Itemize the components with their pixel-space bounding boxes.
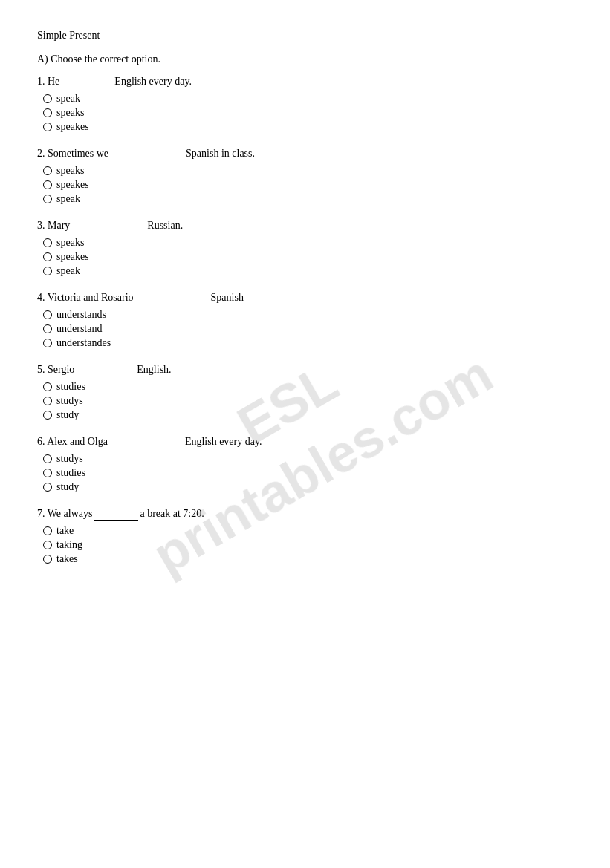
options-list-5: studiesstudysstudy <box>37 381 573 421</box>
option-item-2-0[interactable]: speaks <box>43 165 573 177</box>
option-item-6-1[interactable]: studies <box>43 467 573 479</box>
question-before-7: 7. We always <box>37 508 92 519</box>
options-list-4: understandsunderstandunderstandes <box>37 309 573 349</box>
options-list-3: speaksspeakesspeak <box>37 237 573 277</box>
question-blank-4 <box>135 292 210 304</box>
question-text-2: 2. Sometimes we Spanish in class. <box>37 148 573 160</box>
question-5: 5. Sergio English.studiesstudysstudy <box>37 364 573 421</box>
question-after-1: English every day. <box>114 76 192 87</box>
radio-circle-1-0[interactable] <box>43 94 52 103</box>
radio-circle-6-0[interactable] <box>43 454 52 463</box>
option-label-6-0: studys <box>56 453 83 465</box>
option-item-3-2[interactable]: speak <box>43 265 573 277</box>
option-item-7-0[interactable]: take <box>43 525 573 537</box>
option-item-4-2[interactable]: understandes <box>43 337 573 349</box>
radio-circle-4-2[interactable] <box>43 339 52 347</box>
radio-circle-2-1[interactable] <box>43 180 52 189</box>
option-item-4-0[interactable]: understands <box>43 309 573 321</box>
radio-circle-5-1[interactable] <box>43 397 52 405</box>
option-item-3-1[interactable]: speakes <box>43 251 573 263</box>
option-item-3-0[interactable]: speaks <box>43 237 573 249</box>
option-label-1-0: speak <box>56 93 80 105</box>
options-list-1: speakspeaksspeakes <box>37 93 573 133</box>
options-list-7: taketakingtakes <box>37 525 573 565</box>
option-label-4-0: understands <box>56 309 106 321</box>
question-blank-7 <box>94 508 138 521</box>
option-item-1-0[interactable]: speak <box>43 93 573 105</box>
option-item-4-1[interactable]: understand <box>43 323 573 335</box>
question-before-6: 6. Alex and Olga <box>37 436 108 447</box>
option-label-6-2: study <box>56 481 79 493</box>
question-before-1: 1. He <box>37 76 59 87</box>
question-after-6: English every day. <box>185 436 262 447</box>
option-label-5-2: study <box>56 409 79 421</box>
option-label-2-0: speaks <box>56 165 84 177</box>
option-label-4-2: understandes <box>56 337 111 349</box>
option-label-7-0: take <box>56 525 74 537</box>
question-after-7: a break at 7:20. <box>140 508 204 519</box>
radio-circle-7-1[interactable] <box>43 541 52 549</box>
radio-circle-2-2[interactable] <box>43 195 52 203</box>
radio-circle-2-0[interactable] <box>43 166 52 175</box>
option-label-5-1: studys <box>56 395 83 407</box>
option-label-1-1: speaks <box>56 107 84 119</box>
option-label-7-2: takes <box>56 553 78 565</box>
option-label-7-1: taking <box>56 539 82 551</box>
question-text-3: 3. Mary Russian. <box>37 220 573 232</box>
radio-circle-7-2[interactable] <box>43 555 52 564</box>
option-label-3-2: speak <box>56 265 80 277</box>
option-label-6-1: studies <box>56 467 85 479</box>
question-blank-1 <box>61 76 113 88</box>
option-item-1-1[interactable]: speaks <box>43 107 573 119</box>
question-after-2: Spanish in class. <box>186 148 255 159</box>
option-label-2-1: speakes <box>56 179 89 191</box>
question-3: 3. Mary Russian.speaksspeakesspeak <box>37 220 573 277</box>
option-item-7-2[interactable]: takes <box>43 553 573 565</box>
radio-circle-7-0[interactable] <box>43 526 52 535</box>
option-item-7-1[interactable]: taking <box>43 539 573 551</box>
question-blank-5 <box>76 364 135 376</box>
radio-circle-3-0[interactable] <box>43 238 52 247</box>
option-item-1-2[interactable]: speakes <box>43 121 573 133</box>
radio-circle-3-1[interactable] <box>43 252 52 261</box>
question-text-6: 6. Alex and Olga English every day. <box>37 436 573 448</box>
option-item-5-2[interactable]: study <box>43 409 573 421</box>
option-item-2-1[interactable]: speakes <box>43 179 573 191</box>
option-item-6-0[interactable]: studys <box>43 453 573 465</box>
question-before-5: 5. Sergio <box>37 364 74 375</box>
question-text-7: 7. We always a break at 7:20. <box>37 508 573 521</box>
question-7: 7. We always a break at 7:20.taketakingt… <box>37 508 573 565</box>
question-after-5: English. <box>137 364 171 375</box>
option-item-6-2[interactable]: study <box>43 481 573 493</box>
radio-circle-6-1[interactable] <box>43 469 52 477</box>
question-blank-2 <box>110 148 184 160</box>
questions-container: 1. He English every day.speakspeaksspeak… <box>37 76 573 565</box>
radio-circle-1-1[interactable] <box>43 108 52 117</box>
question-text-5: 5. Sergio English. <box>37 364 573 376</box>
radio-circle-1-2[interactable] <box>43 123 52 131</box>
options-list-6: studysstudiesstudy <box>37 453 573 493</box>
section-instruction: A) Choose the correct option. <box>37 53 573 65</box>
option-item-5-1[interactable]: studys <box>43 395 573 407</box>
question-text-4: 4. Victoria and Rosario Spanish <box>37 292 573 304</box>
question-4: 4. Victoria and Rosario Spanishunderstan… <box>37 292 573 349</box>
option-label-3-0: speaks <box>56 237 84 249</box>
option-item-2-2[interactable]: speak <box>43 193 573 205</box>
question-before-2: 2. Sometimes we <box>37 148 108 159</box>
radio-circle-4-1[interactable] <box>43 324 52 333</box>
option-label-2-2: speak <box>56 193 80 205</box>
question-before-3: 3. Mary <box>37 220 70 231</box>
question-before-4: 4. Victoria and Rosario <box>37 292 134 303</box>
radio-circle-5-0[interactable] <box>43 382 52 391</box>
radio-circle-4-0[interactable] <box>43 310 52 319</box>
radio-circle-6-2[interactable] <box>43 483 52 492</box>
question-blank-3 <box>71 220 146 232</box>
radio-circle-3-2[interactable] <box>43 267 52 275</box>
question-2: 2. Sometimes we Spanish in class.speakss… <box>37 148 573 205</box>
radio-circle-5-2[interactable] <box>43 411 52 420</box>
question-6: 6. Alex and Olga English every day.study… <box>37 436 573 493</box>
question-1: 1. He English every day.speakspeaksspeak… <box>37 76 573 133</box>
question-blank-6 <box>109 436 184 448</box>
option-item-5-0[interactable]: studies <box>43 381 573 393</box>
question-after-3: Russian. <box>147 220 183 231</box>
